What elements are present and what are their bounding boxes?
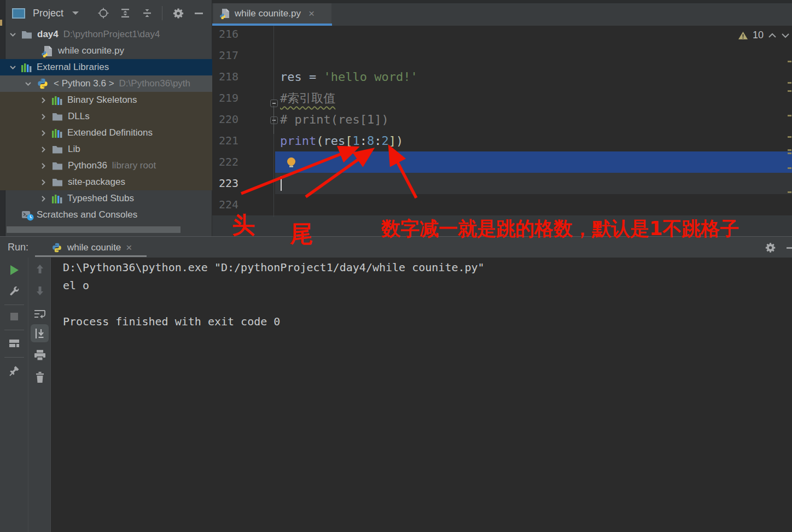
chevron-right-icon[interactable] xyxy=(39,162,47,169)
line-number[interactable]: 221 xyxy=(219,130,268,151)
chevron-right-icon[interactable] xyxy=(39,195,47,202)
run-toolbar-left xyxy=(0,258,28,532)
clear-console-trash-icon[interactable] xyxy=(28,371,51,383)
screen-artifact xyxy=(0,20,2,26)
error-stripe-mark[interactable] xyxy=(788,90,791,92)
toolbar-separator xyxy=(4,305,24,305)
chevron-right-icon[interactable] xyxy=(39,97,47,104)
print-icon[interactable] xyxy=(28,349,51,361)
tree-item-label: Typeshed Stubs xyxy=(67,193,134,204)
chevron-down-icon[interactable] xyxy=(9,65,16,70)
run-config-wrench-icon[interactable] xyxy=(0,285,28,297)
settings-gear-icon[interactable] xyxy=(172,7,185,20)
hide-panel-icon[interactable] xyxy=(195,13,203,14)
tree-item-label: day4 xyxy=(37,29,59,40)
line-number[interactable]: 217 xyxy=(219,45,268,66)
chevron-down-icon[interactable] xyxy=(24,81,32,86)
chevron-down-icon[interactable] xyxy=(72,11,79,15)
project-panel: Project xyxy=(0,0,212,236)
line-number-current[interactable]: 223 xyxy=(219,173,268,194)
tree-item-extended-definitions[interactable]: Extended Definitions xyxy=(0,125,212,141)
tree-item-binary-skeletons[interactable]: Binary Skeletons xyxy=(0,92,212,108)
rerun-button[interactable] xyxy=(0,265,28,275)
line-number[interactable]: 224 xyxy=(219,194,268,215)
error-stripe-mark[interactable] xyxy=(788,153,791,154)
chevron-right-icon[interactable] xyxy=(39,146,47,153)
library-icon xyxy=(52,96,62,105)
tree-item-while-counite[interactable]: while counite.py xyxy=(0,43,212,59)
tree-item-label: DLLs xyxy=(68,111,90,122)
tab-while-counite[interactable]: while counite.py × xyxy=(213,3,331,24)
horizontal-scrollbar[interactable] xyxy=(7,226,180,233)
caret-line-highlight[interactable] xyxy=(275,173,792,194)
soft-wrap-icon[interactable] xyxy=(28,308,51,320)
code-line-220[interactable]: # print(res[1]) xyxy=(280,109,389,130)
tree-item-lib[interactable]: Lib xyxy=(0,141,212,157)
code-line-221[interactable]: print(res[1:8:2]) xyxy=(280,130,403,151)
collapse-all-icon[interactable] xyxy=(141,7,153,19)
error-stripe-mark[interactable] xyxy=(788,82,791,84)
tree-item-day4[interactable]: day4 D:\pythonProject1\day4 xyxy=(0,26,212,43)
expand-all-icon[interactable] xyxy=(119,7,131,19)
project-panel-title[interactable]: Project xyxy=(33,8,63,19)
line-number[interactable]: 216 xyxy=(219,24,268,45)
up-stacktrace-icon[interactable] xyxy=(28,264,51,274)
tree-item-label: while counite.py xyxy=(58,45,124,56)
error-stripe-mark[interactable] xyxy=(788,167,791,169)
line-number[interactable]: 218 xyxy=(219,66,268,87)
chevron-right-icon[interactable] xyxy=(39,179,47,186)
error-stripe-mark[interactable] xyxy=(788,191,791,193)
folder-icon xyxy=(21,30,32,39)
tree-item-python36-dir[interactable]: Python36 library root xyxy=(0,157,212,174)
editor-bottom-band xyxy=(212,215,792,236)
folder-icon xyxy=(52,112,63,121)
fold-marker[interactable] xyxy=(270,116,278,124)
tree-item-site-packages[interactable]: site-packages xyxy=(0,174,212,190)
intention-bulb-icon[interactable] xyxy=(287,157,295,166)
code-line-219[interactable]: #索引取值 xyxy=(280,87,335,109)
pin-icon[interactable] xyxy=(0,365,28,377)
line-number[interactable]: 222 xyxy=(219,151,268,173)
code-line-218[interactable]: res = 'hello word!' xyxy=(280,66,418,87)
error-stripe-mark[interactable] xyxy=(788,115,791,116)
tree-item-python-36[interactable]: < Python 3.6 > D:\Python36\pyth xyxy=(0,75,212,92)
down-stacktrace-icon[interactable] xyxy=(28,286,51,296)
console-line: Process finished with exit code 0 xyxy=(63,313,280,331)
line-number[interactable]: 219 xyxy=(219,87,268,109)
tree-item-scratches[interactable]: Scratches and Consoles xyxy=(0,207,212,223)
restore-layout-icon[interactable] xyxy=(0,338,28,348)
active-run-tab-underline xyxy=(35,255,147,257)
error-stripe-mark[interactable] xyxy=(788,61,791,62)
tree-item-dlls[interactable]: DLLs xyxy=(0,108,212,125)
chevron-down-icon[interactable] xyxy=(781,33,790,38)
tree-item-label: site-packages xyxy=(68,177,125,188)
library-icon xyxy=(21,63,32,72)
locate-file-icon[interactable] xyxy=(97,7,109,19)
library-icon xyxy=(52,194,62,203)
run-settings-gear-icon[interactable] xyxy=(765,242,777,254)
tree-item-annotation: library root xyxy=(112,160,156,171)
toolbar-separator xyxy=(162,6,162,20)
error-stripe-mark[interactable] xyxy=(788,149,791,151)
chevron-right-icon[interactable] xyxy=(39,113,47,120)
scroll-to-end-icon[interactable] xyxy=(28,328,51,340)
close-icon[interactable]: × xyxy=(126,242,132,254)
python-icon xyxy=(37,78,49,90)
run-tab-while-counite[interactable]: while counite × xyxy=(51,242,132,254)
run-console[interactable]: D:\Python36\python.exe "D:/pythonProject… xyxy=(51,258,792,532)
warning-count: 10 xyxy=(753,30,764,41)
stop-button[interactable] xyxy=(0,313,28,320)
line-number[interactable]: 220 xyxy=(219,109,268,130)
editor-area[interactable]: while counite.py × 216 217 218 219 220 2… xyxy=(212,0,792,236)
error-stripe-mark[interactable] xyxy=(788,136,791,138)
inspection-widget[interactable]: 10 xyxy=(738,30,790,41)
fold-marker[interactable] xyxy=(270,100,278,107)
selected-line-highlight[interactable] xyxy=(275,151,792,173)
chevron-down-icon[interactable] xyxy=(9,32,16,37)
hide-panel-icon[interactable] xyxy=(787,247,792,249)
chevron-right-icon[interactable] xyxy=(39,130,47,137)
tree-item-external-libraries[interactable]: External Libraries xyxy=(0,59,212,75)
tree-item-typeshed-stubs[interactable]: Typeshed Stubs xyxy=(0,190,212,207)
chevron-up-icon[interactable] xyxy=(768,33,777,38)
close-icon[interactable]: × xyxy=(308,8,315,20)
